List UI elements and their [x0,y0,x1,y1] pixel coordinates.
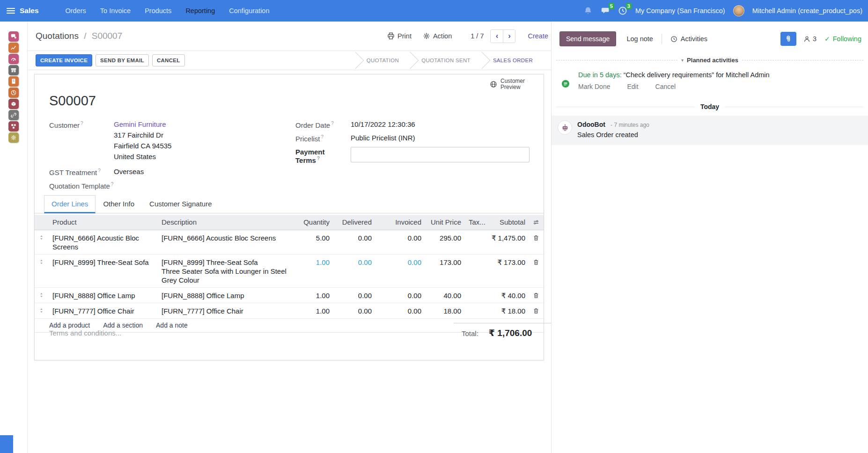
delete-line-icon[interactable] [529,254,544,287]
messages-icon[interactable]: 5 [601,6,610,15]
cell-quantity[interactable]: 1.00 [294,303,333,318]
app-website-icon[interactable] [8,88,19,98]
delete-line-icon[interactable] [529,303,544,318]
payment-terms-input[interactable] [351,147,530,162]
cell-product[interactable]: [FURN_7777] Office Chair [49,303,158,318]
gst-value[interactable]: Overseas [114,167,144,176]
app-inventory-icon[interactable] [8,99,19,109]
cell-quantity[interactable]: 1.00 [294,254,333,287]
cell-unit-price[interactable]: 40.00 [425,287,465,303]
company-switcher[interactable]: My Company (San Francisco) [635,7,725,15]
drag-handle-icon[interactable] [35,287,49,303]
pager-previous-button[interactable]: ‹ [491,30,503,43]
order-line-row[interactable]: [FURN_8888] Office Lamp[FURN_8888] Offic… [35,287,544,303]
menu-configuration[interactable]: Configuration [222,0,276,22]
adjust-columns-button[interactable] [529,215,544,230]
create-button[interactable]: Create [528,32,548,40]
print-button[interactable]: Print [387,32,412,40]
cell-unit-price[interactable]: 295.00 [425,230,465,254]
cell-delivered[interactable]: 0.00 [333,254,375,287]
user-avatar[interactable] [733,5,744,16]
app-point-of-sale-icon[interactable] [8,65,19,75]
cell-product[interactable]: [FURN_8999] Three-Seat Sofa [49,254,158,287]
column-header-unit-price[interactable]: Unit Price [425,215,465,230]
activities-clock-icon[interactable]: 3 [618,6,627,15]
cancel-button[interactable]: CANCEL [152,54,185,66]
message-author[interactable]: OdooBot [577,121,605,128]
notifications-bell-icon[interactable] [583,6,593,15]
pricelist-value[interactable]: Public Pricelist (INR) [351,133,415,143]
attach-files-button[interactable] [780,32,796,46]
delete-line-icon[interactable] [529,287,544,303]
order-line-row[interactable]: [FURN_6666] Acoustic Bloc Screens[FURN_6… [35,230,544,254]
cell-tax[interactable] [465,230,485,254]
column-header-description[interactable]: Description [158,215,294,230]
column-header-quantity[interactable]: Quantity [294,215,333,230]
cell-invoiced[interactable]: 0.00 [375,287,425,303]
app-purchase-icon[interactable] [8,110,19,120]
column-header-subtotal[interactable]: Subtotal [485,215,529,230]
cell-invoiced[interactable]: 0.00 [375,303,425,318]
app-invoicing-icon[interactable]: $ [8,76,19,87]
cell-delivered[interactable]: 0.00 [333,230,375,254]
cell-invoiced[interactable]: 0.00 [375,230,425,254]
create-invoice-button[interactable]: CREATE INVOICE [36,54,92,66]
column-header-tax[interactable]: Tax... [465,215,485,230]
send-by-email-button[interactable]: SEND BY EMAIL [96,54,149,66]
cell-invoiced[interactable]: 0.00 [375,254,425,287]
drag-handle-icon[interactable] [35,254,49,287]
cell-quantity[interactable]: 1.00 [294,287,333,303]
cancel-link[interactable]: Cancel [655,83,676,90]
mark-done-link[interactable]: Mark Done [578,83,610,90]
tab-customer-signature[interactable]: Customer Signature [142,195,219,213]
cell-quantity[interactable]: 5.00 [294,230,333,254]
app-dashboards-icon[interactable] [8,54,19,64]
send-message-button[interactable]: Send message [559,31,616,46]
app-settings-icon[interactable] [8,132,19,143]
menu-orders[interactable]: Orders [59,0,93,22]
tab-other-info[interactable]: Other Info [96,195,142,213]
customer-link[interactable]: Gemini Furniture [114,120,166,128]
state-quotation[interactable]: QUOTATION [355,51,410,70]
cell-tax[interactable] [465,254,485,287]
drag-handle-icon[interactable] [35,230,49,254]
order-line-row[interactable]: [FURN_7777] Office Chair[FURN_7777] Offi… [35,303,544,318]
add-a-note-link[interactable]: Add a note [156,321,188,329]
cell-tax[interactable] [465,287,485,303]
following-button[interactable]: ✓ Following [824,35,861,43]
drag-handle-icon[interactable] [35,303,49,318]
breadcrumb-quotations[interactable]: Quotations [36,31,79,41]
menu-to-invoice[interactable]: To Invoice [93,0,138,22]
log-note-button[interactable]: Log note [626,35,653,43]
column-header-invoiced[interactable]: Invoiced [375,215,425,230]
cell-unit-price[interactable]: 173.00 [425,254,465,287]
planned-activities-toggle[interactable]: ▾ Planned activities [681,57,738,64]
followers-button[interactable]: 3 [803,35,817,43]
edit-link[interactable]: Edit [627,83,638,90]
menu-products[interactable]: Products [138,0,178,22]
tab-order-lines[interactable]: Order Lines [44,195,96,213]
apps-menu-icon[interactable] [7,8,15,14]
cell-description[interactable]: [FURN_8888] Office Lamp [158,287,294,303]
pager-next-button[interactable]: › [503,30,515,43]
add-a-product-link[interactable]: Add a product [49,321,90,329]
schedule-activity-button[interactable]: Activities [670,35,707,43]
cell-delivered[interactable]: 0.00 [333,287,375,303]
user-menu[interactable]: Mitchell Admin (create_product_pos) [752,7,862,15]
app-discuss-icon[interactable] [8,31,19,42]
app-sales-icon[interactable] [8,43,19,53]
action-button[interactable]: Action [423,32,452,40]
customer-preview-button[interactable]: Customer Preview [490,78,530,90]
order-date-value[interactable]: 10/17/2022 12:30:36 [351,120,415,129]
column-header-product[interactable]: Product [49,215,158,230]
order-line-row[interactable]: [FURN_8999] Three-Seat Sofa[FURN_8999] T… [35,254,544,287]
current-app-name[interactable]: Sales [20,7,39,15]
delete-line-icon[interactable] [529,230,544,254]
column-header-delivered[interactable]: Delivered [333,215,375,230]
cell-product[interactable]: [FURN_8888] Office Lamp [49,287,158,303]
cell-description[interactable]: [FURN_6666] Acoustic Bloc Screens [158,230,294,254]
app-manufacturing-icon[interactable] [8,121,19,132]
cell-product[interactable]: [FURN_6666] Acoustic Bloc Screens [49,230,158,254]
state-quotation-sent[interactable]: QUOTATION SENT [410,51,482,70]
cell-delivered[interactable]: 0.00 [333,303,375,318]
